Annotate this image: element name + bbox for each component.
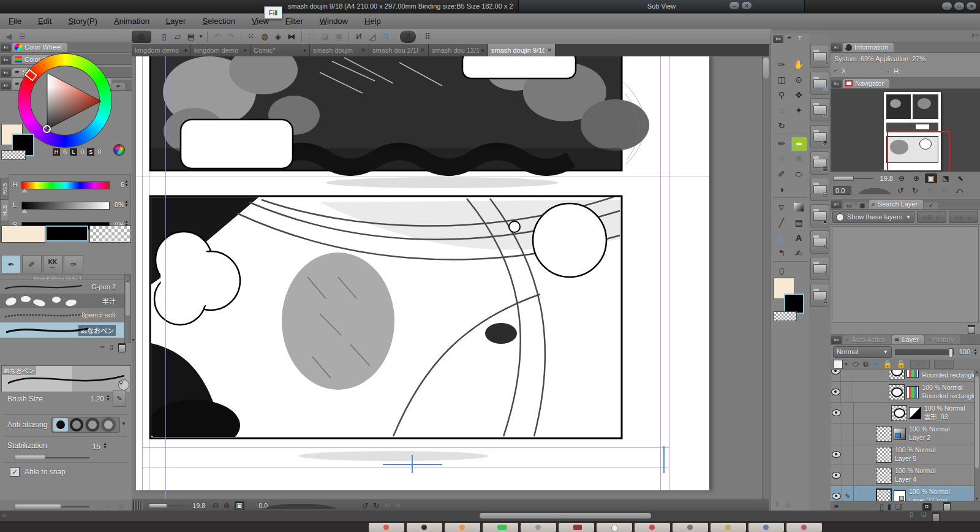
layer-thumbnail[interactable] <box>876 468 892 484</box>
scroll-down-icon[interactable]: ▼ <box>974 497 979 501</box>
redo-icon[interactable]: ↷ <box>224 31 238 43</box>
opacity-spinner[interactable]: ▲▼ <box>973 348 978 355</box>
snap-to-guide-icon[interactable]: ⇅ <box>379 31 393 43</box>
doc-tab-smash-doujin-9-18-active[interactable]: smash doujin 9/18✕ <box>488 44 556 56</box>
soft-eraser-tool[interactable]: ⬭ <box>791 167 806 181</box>
layer-visible-icon[interactable] <box>832 472 841 479</box>
wrench-icon[interactable]: ⚲ <box>118 379 129 390</box>
new-vector-layer-icon[interactable]: ▮ <box>888 503 892 511</box>
move-hand-tool[interactable]: ✋ <box>791 58 806 71</box>
pen-tool-selected[interactable]: ✒ <box>791 137 807 151</box>
title-bar[interactable]: smash doujin 9/18 (A4 210.00 x 297.00mm … <box>0 0 980 13</box>
nav-reset-view-icon[interactable]: ⏵‖ <box>938 186 951 196</box>
layer-thumbnail[interactable] <box>876 488 892 501</box>
h-slider-spinner[interactable]: ▲▼ <box>124 180 129 187</box>
apply-mask-icon[interactable]: ◙ <box>935 503 940 511</box>
line-figure-tool[interactable]: ╱ <box>774 216 789 229</box>
clip-studio-logo-icon[interactable]: ◎ <box>132 31 151 43</box>
opacity-slider[interactable] <box>895 349 954 355</box>
folder-layout-palette[interactable]: ▥ <box>810 257 829 280</box>
marker-group-button[interactable]: ✐ <box>22 255 42 273</box>
delete-layer-icon[interactable] <box>943 502 951 511</box>
clip-at-layer-below-icon[interactable]: ⧉ <box>863 360 869 368</box>
menu-layer[interactable]: Layer <box>166 17 186 26</box>
rotate-left-icon[interactable]: ↺ <box>360 501 371 510</box>
layer-row-rounded-rectangle-2[interactable]: 100 % NormalRounded rectangle_ <box>831 382 980 403</box>
search-layer-results-list[interactable] <box>832 226 979 323</box>
folder-material-color-palette[interactable]: ✕ <box>810 72 829 95</box>
panel-menu-icon[interactable]: ⏵≡ <box>773 35 783 43</box>
remove-search-condition-dropdown[interactable]: ⌕✕▼ <box>949 211 978 223</box>
search-layer-tab[interactable]: ⌕ Search Layer <box>869 200 923 209</box>
layer-tab[interactable]: ≋ Layer <box>892 335 924 344</box>
pose-tool-icon[interactable]: ♙ <box>785 501 791 508</box>
pen2-group-button[interactable]: ✑ <box>64 255 83 273</box>
snap-special-ruler-icon[interactable]: ◍ <box>258 31 271 43</box>
reference-layer-pen-icon[interactable]: ✒ <box>873 360 879 368</box>
layer-row-layer-4[interactable]: 100 % NormalLayer 4 <box>831 465 980 486</box>
airbrush-tool[interactable]: ✐ <box>774 167 789 181</box>
color-sphere-icon[interactable] <box>114 145 124 155</box>
aa-weak-option[interactable] <box>69 418 84 431</box>
menu-story[interactable]: Story(P) <box>68 17 97 26</box>
sub-tool-item-hanjiru[interactable]: 半汁 <box>0 294 124 308</box>
dock-options-icon[interactable]: ⏵≡ <box>971 32 979 39</box>
search-delete-icon[interactable] <box>968 325 975 334</box>
layer-visible-icon[interactable] <box>832 493 841 500</box>
dock-folder-icon[interactable]: ❏ <box>921 512 926 517</box>
invert-selection-icon[interactable]: ◪ <box>318 31 332 43</box>
brush-detail-tab[interactable]: ✒ <box>112 83 124 90</box>
subview-close-button[interactable]: ✕ <box>742 2 752 9</box>
rotate-right-icon[interactable]: ↻ <box>371 501 382 510</box>
sub-tool-item-gpen2[interactable]: G-pen 2 <box>0 280 124 294</box>
statusbar-grip[interactable] <box>133 501 143 510</box>
doc-tab-smash-dou-12-18[interactable]: smash dou 12/18● <box>429 44 488 56</box>
layer-thumbnail[interactable] <box>891 405 907 421</box>
close-tab-icon[interactable]: ✕ <box>420 47 425 53</box>
l-slider-thumb[interactable] <box>21 209 28 213</box>
close-tab-icon[interactable]: ✕ <box>547 47 552 53</box>
save-dropdown-icon[interactable]: ▼ <box>198 31 204 43</box>
taskbar-app-tile[interactable] <box>445 523 480 532</box>
folder-pen-material-palette[interactable]: ✎ <box>810 230 829 254</box>
color-wheel-tab[interactable]: Color Wheel <box>12 43 67 52</box>
close-tab-icon[interactable]: ✕ <box>361 47 366 53</box>
slider-tab-rgb[interactable]: RGB <box>0 178 9 200</box>
add-search-condition-dropdown[interactable]: ⌕⊕▼ <box>917 211 946 223</box>
doc-tab-kingdom-demo-2[interactable]: kingdom demo● <box>191 44 251 56</box>
reset-rotation-icon[interactable]: ⟲ <box>382 501 393 510</box>
menu-animation[interactable]: Animation <box>114 17 149 26</box>
l-slider-track[interactable] <box>21 202 110 210</box>
save-file-icon[interactable]: ▤ <box>184 31 198 43</box>
background-swatch-bar[interactable] <box>45 226 88 241</box>
correction-tab[interactable]: ✓ <box>924 202 938 209</box>
scroll-down-icon[interactable]: ▼ <box>130 337 136 343</box>
transparent-swatch-bar[interactable] <box>89 226 131 243</box>
taskbar-app-tile[interactable] <box>635 523 670 532</box>
layer-visible-icon[interactable] <box>831 370 840 374</box>
tool-transparent-swatch[interactable] <box>774 311 797 321</box>
unsaved-dot-icon[interactable]: ● <box>244 47 247 53</box>
taskbar-app-tile[interactable] <box>786 523 822 532</box>
pencil-tool[interactable]: ✏ <box>774 137 789 150</box>
canvas-vertical-scrollbar[interactable] <box>762 56 770 500</box>
navigator-zoom-slider[interactable] <box>833 178 873 179</box>
brush-size-spinner[interactable]: ▲▼ <box>106 394 110 401</box>
sub-tool-scrollbar[interactable]: ▲ ▼ <box>124 274 131 343</box>
panel-menu-icon[interactable]: ⏵≡ <box>1 56 11 64</box>
lasso-select-tool[interactable]: ◌ <box>774 104 789 117</box>
sub-view-window-titlebar[interactable]: Sub View – ✕ <box>518 0 805 12</box>
operation-tool[interactable]: ✑ <box>774 58 789 71</box>
layer-visible-icon[interactable] <box>831 389 840 395</box>
fit-to-screen-icon[interactable]: ▣ <box>235 501 244 510</box>
taskbar-app-tile[interactable] <box>597 523 632 532</box>
taskbar-app-tile[interactable] <box>710 523 746 532</box>
ruler-range-button[interactable]: ⊿▼ <box>934 360 954 369</box>
new-sub-tool-icon[interactable]: ▯ <box>110 344 113 351</box>
vector-line-icon[interactable]: И <box>352 31 366 43</box>
taskbar-app-tile[interactable] <box>673 523 708 532</box>
nav-actual-size-icon[interactable]: ⬉ <box>954 173 967 183</box>
new-raster-layer-icon[interactable]: ▯ <box>880 503 884 511</box>
folder-download-palette[interactable]: ⤓ <box>810 45 829 68</box>
scrollbar-thumb[interactable] <box>126 282 130 316</box>
